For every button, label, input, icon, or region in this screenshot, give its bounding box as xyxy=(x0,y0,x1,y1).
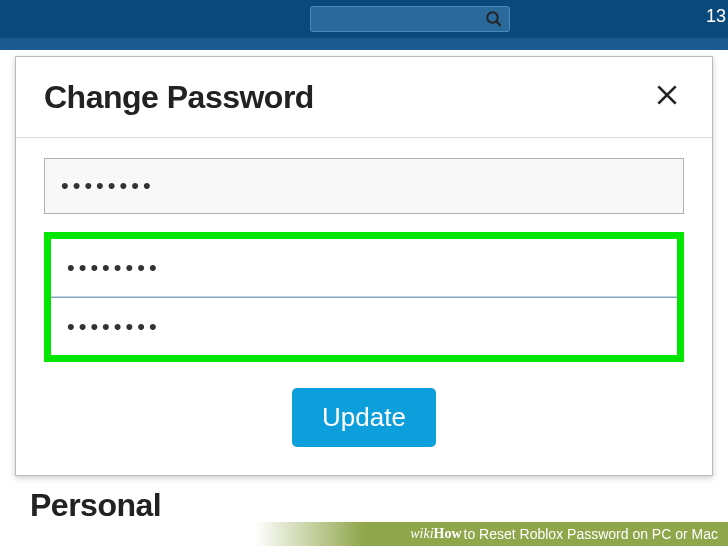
new-password-highlight xyxy=(44,232,684,362)
search-box[interactable] xyxy=(310,6,510,32)
dialog-actions: Update xyxy=(44,388,684,447)
confirm-password-field[interactable] xyxy=(51,297,677,355)
dialog-title: Change Password xyxy=(44,79,314,116)
wikihow-logo: wikiHow xyxy=(410,526,461,542)
close-icon[interactable] xyxy=(650,77,684,117)
current-password-field[interactable] xyxy=(44,158,684,214)
dialog-body: Update xyxy=(16,138,712,475)
page-section-heading: Personal xyxy=(30,487,161,524)
new-password-field[interactable] xyxy=(51,239,677,297)
wikihow-caption: wikiHow to Reset Roblox Password on PC o… xyxy=(0,522,728,546)
svg-point-0 xyxy=(487,12,498,23)
top-nav-bar: 13 xyxy=(0,0,728,38)
change-password-dialog: Change Password Update xyxy=(15,56,713,476)
dialog-header: Change Password xyxy=(16,57,712,138)
update-button[interactable]: Update xyxy=(292,388,436,447)
notification-count: 13 xyxy=(706,6,726,27)
svg-line-1 xyxy=(496,21,501,26)
caption-text: to Reset Roblox Password on PC or Mac xyxy=(464,526,718,542)
search-icon xyxy=(485,10,503,28)
